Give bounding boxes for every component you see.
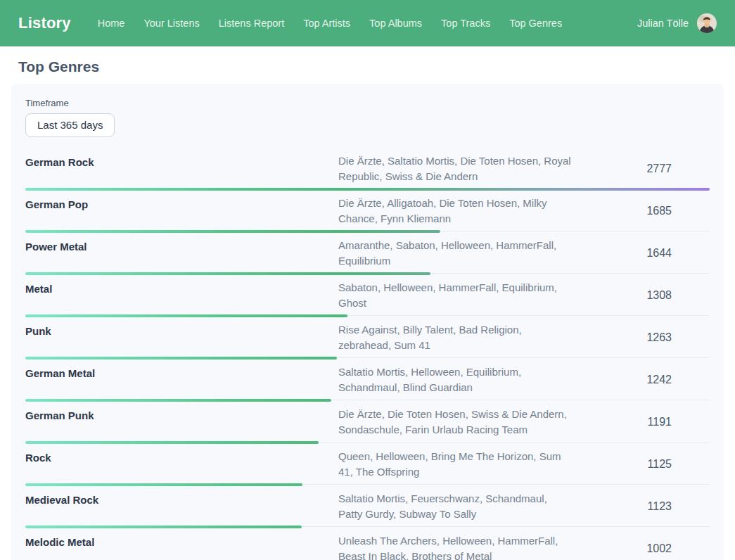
- genre-row: Rock Queen, Helloween, Bring Me The Hori…: [25, 445, 710, 487]
- genre-row: Punk Rise Against, Billy Talent, Bad Rel…: [25, 318, 710, 360]
- app-logo[interactable]: Listory: [18, 14, 71, 32]
- genre-artists: Saltatio Mortis, Feuerschwanz, Schandmau…: [338, 491, 571, 521]
- nav-item-your-listens[interactable]: Your Listens: [143, 18, 199, 29]
- nav-item-top-albums[interactable]: Top Albums: [369, 18, 422, 29]
- nav-item-top-genres[interactable]: Top Genres: [509, 18, 562, 29]
- genre-artists: Amaranthe, Sabaton, Helloween, HammerFal…: [338, 238, 571, 268]
- genre-name: Metal: [25, 280, 338, 310]
- genre-row: German Punk Die Ärzte, Die Toten Hosen, …: [25, 402, 710, 445]
- genre-bar: [25, 441, 319, 444]
- genre-artists: Die Ärzte, Die Toten Hosen, Swiss & Die …: [338, 407, 571, 437]
- genre-row: Power Metal Amaranthe, Sabaton, Hellowee…: [25, 234, 710, 276]
- genre-bar: [25, 230, 440, 233]
- nav-item-top-tracks[interactable]: Top Tracks: [441, 18, 490, 29]
- listen-count: 1263: [571, 331, 710, 344]
- genre-name: Punk: [25, 322, 338, 352]
- genre-artists: Saltatio Mortis, Helloween, Equilibrium,…: [338, 364, 571, 395]
- genre-artists: Sabaton, Helloween, HammerFall, Equilibr…: [338, 280, 571, 310]
- genre-name: Medieval Rock: [25, 491, 338, 521]
- genre-row: Medieval Rock Saltatio Mortis, Feuerschw…: [25, 487, 710, 529]
- genre-bar: [25, 399, 331, 402]
- genre-artists: Rise Against, Billy Talent, Bad Religion…: [338, 322, 571, 352]
- main-content: Top Genres Timeframe Last 365 days Germa…: [0, 58, 735, 560]
- timeframe-label: Timeframe: [25, 98, 710, 108]
- listen-count: 1685: [571, 205, 710, 217]
- listen-count: 1191: [571, 416, 710, 428]
- genre-name: Rock: [25, 449, 338, 479]
- listen-count: 1125: [571, 458, 710, 471]
- genre-name: German Metal: [25, 364, 338, 395]
- top-navbar: Listory Home Your Listens Listens Report…: [0, 0, 735, 46]
- genre-bar: [25, 188, 710, 191]
- genre-bar: [25, 526, 302, 528]
- listen-count: 1644: [571, 247, 710, 260]
- nav-item-listens-report[interactable]: Listens Report: [219, 18, 285, 29]
- genre-row: Metal Sabaton, Helloween, HammerFall, Eq…: [25, 276, 710, 318]
- genre-row: German Pop Die Ärzte, Alligatoah, Die To…: [25, 191, 710, 234]
- genre-name: German Pop: [25, 196, 338, 226]
- listen-count: 2777: [571, 163, 710, 175]
- genre-bar: [25, 272, 430, 275]
- listen-count: 1308: [571, 289, 710, 302]
- main-nav: Home Your Listens Listens Report Top Art…: [98, 18, 562, 29]
- nav-item-top-artists[interactable]: Top Artists: [303, 18, 350, 29]
- genre-artists: Unleash The Archers, Helloween, HammerFa…: [338, 533, 571, 560]
- genre-name: German Punk: [25, 407, 338, 437]
- genre-row: Melodic Metal Unleash The Archers, Hello…: [25, 529, 710, 560]
- listen-count: 1123: [571, 500, 710, 513]
- timeframe-select[interactable]: Last 365 days: [25, 113, 115, 137]
- genre-row: German Rock Die Ärzte, Saltatio Mortis, …: [25, 149, 710, 191]
- nav-item-home[interactable]: Home: [98, 18, 125, 29]
- genre-name: German Rock: [25, 153, 338, 184]
- genre-table: German Rock Die Ärzte, Saltatio Mortis, …: [25, 149, 710, 560]
- user-menu[interactable]: Julian Tölle: [637, 13, 717, 33]
- page-title: Top Genres: [18, 58, 724, 75]
- genre-artists: Die Ärzte, Alligatoah, Die Toten Hosen, …: [338, 196, 571, 226]
- genre-row: German Metal Saltatio Mortis, Helloween,…: [25, 360, 710, 402]
- genre-artists: Die Ärzte, Saltatio Mortis, Die Toten Ho…: [338, 153, 571, 184]
- genre-name: Melodic Metal: [25, 533, 338, 560]
- top-genres-card: Timeframe Last 365 days German Rock Die …: [11, 84, 724, 560]
- genre-name: Power Metal: [25, 238, 338, 268]
- genre-artists: Queen, Helloween, Bring Me The Horizon, …: [338, 449, 571, 479]
- user-name: Julian Tölle: [637, 18, 689, 29]
- listen-count: 1242: [571, 374, 710, 386]
- genre-bar: [25, 314, 347, 317]
- listen-count: 1002: [571, 542, 710, 555]
- genre-bar: [25, 357, 337, 359]
- user-avatar[interactable]: [697, 13, 717, 33]
- genre-bar: [25, 483, 302, 486]
